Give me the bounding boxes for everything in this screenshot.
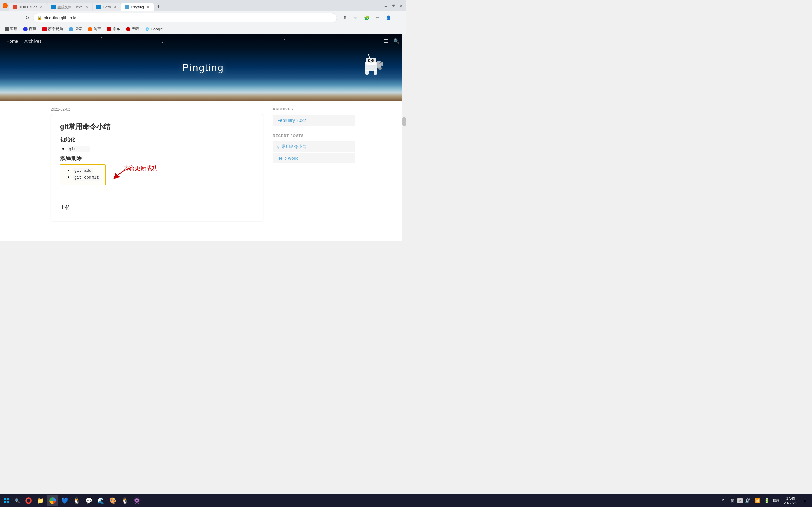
- reload-button[interactable]: ↻: [23, 13, 32, 22]
- svg-rect-9: [365, 70, 368, 75]
- recent-post-hello[interactable]: Hello World: [273, 153, 355, 163]
- section3-heading: 上传: [60, 205, 254, 211]
- nav-home[interactable]: Home: [6, 39, 18, 44]
- tab-jihu-gitlab[interactable]: JiHu GitLab ✕: [9, 3, 47, 11]
- bookmark-label-baidu: 百度: [29, 26, 37, 32]
- recent-posts-title: RECENT POSTS: [273, 134, 355, 137]
- address-actions: ⬆ ☆ 🧩 ▭ 👤 ⋮: [341, 13, 403, 22]
- lock-icon: 🔒: [37, 15, 42, 20]
- code-item: git init: [67, 146, 90, 152]
- split-button[interactable]: ▭: [373, 13, 382, 22]
- maximize-button[interactable]: 🗗: [391, 3, 396, 8]
- archives-feb-2022[interactable]: February 2022: [273, 115, 355, 126]
- url-display: ping-ting.github.io: [44, 15, 333, 20]
- svg-point-8: [368, 54, 369, 56]
- section2-list: git add git commit: [65, 167, 100, 180]
- bookmark-tmall[interactable]: 天猫: [123, 25, 142, 33]
- post-card: git常用命令小结 初始化 git init 添加/删除 git add: [51, 114, 263, 222]
- browser-window: JiHu GitLab ✕ 生成文件 | Hexo ✕ Hexo ✕ Pingt…: [0, 0, 406, 34]
- tab-pingting[interactable]: Pingting ✕: [121, 3, 154, 11]
- tab-hexo[interactable]: Hexo ✕: [93, 3, 120, 11]
- hero-mascot: C: [355, 53, 387, 82]
- list-item: git commit: [73, 174, 100, 180]
- tab-favicon-4: [125, 5, 130, 9]
- scrollbar-thumb[interactable]: [402, 117, 406, 126]
- address-input-wrapper[interactable]: 🔒 ping-ting.github.io: [33, 13, 337, 22]
- bookmark-taobao[interactable]: 淘宝: [85, 25, 104, 33]
- site-nav-right: ☰ 🔍: [384, 38, 400, 44]
- svg-rect-1: [366, 58, 376, 65]
- tab-label-2: 生成文件 | Hexo: [57, 5, 83, 9]
- bookmark-baidu[interactable]: 百度: [20, 25, 39, 33]
- main-content: Home Archives ☰ 🔍 Pingting: [0, 34, 406, 241]
- svg-text:C: C: [379, 62, 381, 65]
- address-bar: ← → ↻ 🔒 ping-ting.github.io ⬆ ☆ 🧩 ▭ 👤 ⋮: [0, 11, 406, 24]
- bookmark-apps[interactable]: 应用: [3, 25, 20, 33]
- archives-title: ARCHIVES: [273, 107, 355, 111]
- apps-icon: [5, 27, 9, 31]
- extensions-button[interactable]: 🧩: [362, 13, 371, 22]
- rss-icon[interactable]: ☰: [384, 38, 388, 44]
- bookmark-search[interactable]: 搜索: [66, 25, 85, 33]
- tab-close-4[interactable]: ✕: [147, 5, 150, 9]
- new-tab-button[interactable]: +: [154, 3, 163, 11]
- bookmark-favicon-tmall: [126, 27, 131, 32]
- bookmark-label-tmall: 天猫: [132, 26, 139, 32]
- bookmark-label-taobao: 淘宝: [94, 26, 101, 32]
- tab-hexo-generate[interactable]: 生成文件 | Hexo ✕: [47, 3, 92, 11]
- bookmark-favicon-suning: [42, 27, 47, 32]
- tab-label-4: Pingting: [131, 5, 144, 9]
- bookmark-button[interactable]: ☆: [351, 13, 360, 22]
- section1-list: git init: [60, 146, 254, 152]
- tab-close-1[interactable]: ✕: [40, 5, 43, 9]
- archives-section: ARCHIVES February 2022: [273, 107, 355, 126]
- annotation-arrow: [109, 166, 135, 182]
- menu-button[interactable]: ⋮: [395, 13, 403, 22]
- scrollbar-track: [402, 34, 406, 241]
- svg-point-5: [373, 60, 374, 61]
- bookmark-suning[interactable]: 苏宁易购: [40, 25, 66, 33]
- share-button[interactable]: ⬆: [341, 13, 350, 22]
- svg-point-4: [369, 60, 370, 61]
- tab-close-2[interactable]: ✕: [85, 5, 88, 9]
- search-nav-icon[interactable]: 🔍: [393, 38, 400, 44]
- bookmark-label-jd: 京东: [113, 26, 120, 32]
- star: [244, 36, 244, 36]
- tab-close-3[interactable]: ✕: [113, 5, 117, 9]
- profile-button[interactable]: 👤: [384, 13, 393, 22]
- tab-favicon-3: [96, 5, 101, 9]
- svg-rect-13: [381, 62, 383, 66]
- sidebar: ARCHIVES February 2022 RECENT POSTS git常…: [273, 107, 355, 222]
- list-item: git init: [67, 146, 254, 152]
- bookmark-label-apps: 应用: [10, 26, 17, 32]
- annotation-container: git add git commit 内容更新成功: [60, 164, 254, 185]
- bookmark-favicon-jd: [107, 27, 111, 32]
- code-item-commit: git commit: [73, 175, 100, 181]
- svg-rect-10: [374, 70, 377, 75]
- browser-logo-icon: [3, 3, 8, 8]
- bookmark-jd[interactable]: 京东: [104, 25, 123, 33]
- svg-point-12: [378, 67, 382, 70]
- bookmark-favicon-taobao: [88, 27, 92, 32]
- code-item-add: git add: [73, 168, 93, 174]
- close-button[interactable]: ✕: [398, 3, 403, 8]
- forward-button[interactable]: →: [13, 13, 21, 22]
- back-button[interactable]: ←: [3, 13, 11, 22]
- list-item: git add: [73, 167, 100, 173]
- star: [374, 37, 374, 38]
- bookmark-favicon-search: [69, 27, 73, 32]
- tabs-container: JiHu GitLab ✕ 生成文件 | Hexo ✕ Hexo ✕ Pingt…: [9, 0, 380, 11]
- recent-post-git[interactable]: git常用命令小结: [273, 141, 355, 152]
- post-title: git常用命令小结: [60, 122, 254, 131]
- site-title: Pingting: [182, 62, 224, 73]
- nav-archives[interactable]: Archives: [24, 39, 42, 44]
- bookmark-google[interactable]: 🌐 Google: [142, 26, 165, 32]
- bookmark-favicon-baidu: [23, 27, 28, 32]
- window-controls: 🗕 🗗 ✕: [383, 3, 403, 8]
- content-area: 2022-02-02 git常用命令小结 初始化 git init 添加/删除: [44, 101, 362, 228]
- bookmark-label-google: Google: [151, 27, 163, 32]
- bookmark-label-search: 搜索: [74, 26, 82, 32]
- site-nav: Home Archives ☰ 🔍: [0, 38, 406, 44]
- recent-posts-section: RECENT POSTS git常用命令小结 Hello World: [273, 134, 355, 163]
- minimize-button[interactable]: 🗕: [383, 3, 388, 8]
